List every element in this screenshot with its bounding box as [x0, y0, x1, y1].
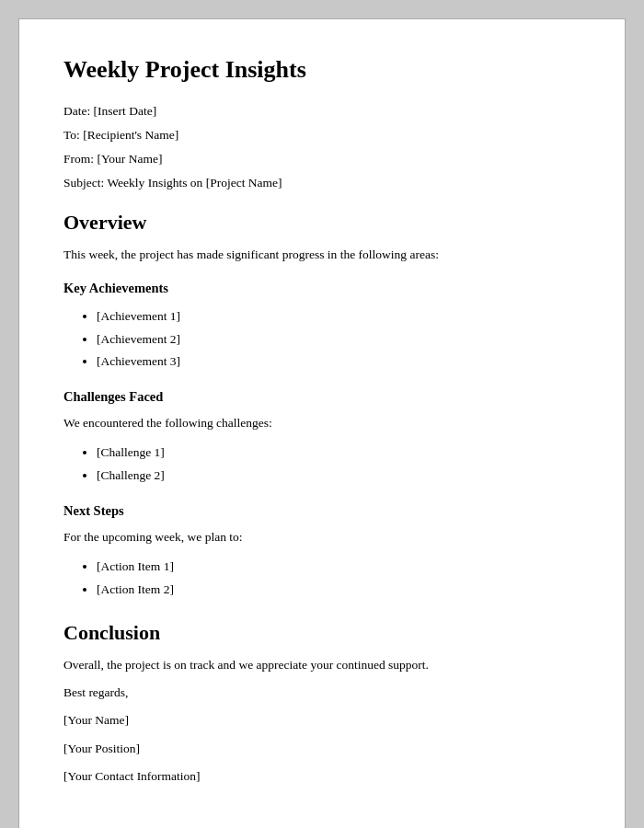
challenges-body: We encountered the following challenges: [63, 414, 581, 432]
list-item: [Challenge 1] [97, 442, 581, 464]
challenges-list: [Challenge 1] [Challenge 2] [97, 442, 581, 487]
key-achievements-list: [Achievement 1] [Achievement 2] [Achieve… [97, 305, 581, 373]
conclusion-contact: [Your Contact Information] [63, 767, 581, 786]
list-item: [Achievement 2] [97, 328, 581, 351]
list-item: [Achievement 3] [97, 351, 581, 373]
overview-body: This week, the project has made signific… [63, 246, 581, 264]
list-item: [Action Item 2] [97, 579, 581, 601]
next-steps-list: [Action Item 1] [Action Item 2] [97, 556, 581, 601]
conclusion-closing: Best regards, [63, 684, 581, 702]
meta-date: Date: [Insert Date] [63, 104, 581, 119]
list-item: [Action Item 1] [97, 556, 581, 578]
meta-subject: Subject: Weekly Insights on [Project Nam… [63, 176, 581, 190]
next-steps-body: For the upcoming week, we plan to: [63, 528, 581, 546]
conclusion-heading: Conclusion [63, 621, 581, 645]
conclusion-body: Overall, the project is on track and we … [63, 656, 581, 674]
conclusion-position: [Your Position] [63, 740, 581, 758]
challenges-faced-heading: Challenges Faced [63, 389, 581, 405]
list-item: [Achievement 1] [97, 305, 581, 328]
document: Weekly Project Insights Date: [Insert Da… [18, 18, 626, 828]
document-title: Weekly Project Insights [63, 56, 581, 84]
meta-to: To: [Recipient's Name] [63, 128, 581, 143]
next-steps-heading: Next Steps [63, 503, 581, 519]
meta-from: From: [Your Name] [63, 152, 581, 167]
key-achievements-heading: Key Achievements [63, 281, 581, 296]
overview-heading: Overview [63, 211, 581, 235]
conclusion-name: [Your Name] [63, 711, 581, 730]
list-item: [Challenge 2] [97, 465, 581, 487]
